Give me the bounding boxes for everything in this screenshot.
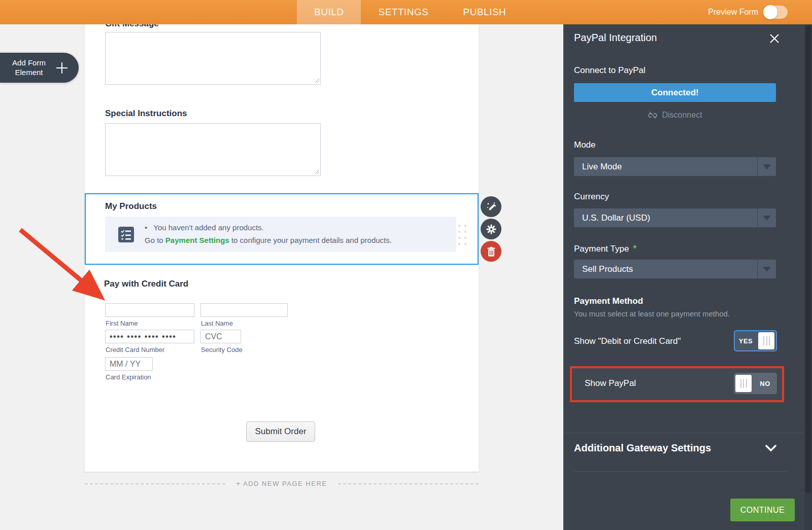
currency-dropdown[interactable]: U.S. Dollar (USD) [574,208,776,227]
preview-form-toggle[interactable] [763,6,788,19]
dashed-divider [338,483,479,484]
my-products-title: My Products [105,201,157,211]
mode-dropdown[interactable]: Live Mode [574,157,776,176]
magic-wand-icon [486,201,497,213]
first-name-input[interactable] [105,303,194,317]
wizard-button[interactable] [481,196,501,217]
my-products-element[interactable]: My Products •You haven't added any produ… [85,193,479,265]
tab-publish[interactable]: PUBLISH [446,0,523,24]
card-expiration-input[interactable] [105,357,153,371]
trash-icon [487,246,496,257]
payment-method-hint: You must select at least one payment met… [574,309,730,318]
pay-with-credit-card-title: Pay with Credit Card [104,279,188,289]
show-paypal-label: Show PayPal [585,378,636,388]
close-icon [769,33,780,44]
toggle-knob [758,332,774,349]
chevron-down-icon [757,157,776,176]
drag-handle[interactable] [458,225,466,245]
broken-link-icon [648,111,658,119]
settings-button[interactable] [481,219,501,239]
disconnect-link[interactable]: Disconnect [574,111,776,120]
top-toolbar: BUILD SETTINGS PUBLISH Preview Form [0,0,812,24]
add-new-page-row: + ADD NEW PAGE HERE [85,480,479,487]
payment-method-title: Payment Method [574,296,643,306]
currency-label: Currency [574,192,609,202]
chevron-down-icon[interactable] [765,445,776,452]
submit-order-button[interactable]: Submit Order [246,421,315,442]
special-instructions-textarea[interactable] [105,123,321,176]
section-divider [563,433,804,433]
toggle-knob [735,375,752,392]
credit-card-number-input[interactable] [105,330,194,343]
panel-title: PayPal Integration [574,32,657,44]
toggle-state-label: YES [735,337,757,345]
security-code-label: Security Code [201,346,243,354]
payment-type-label: Payment Type* [574,243,636,254]
plus-icon [55,61,69,75]
product-list-icon [118,227,134,242]
gear-icon [486,224,497,235]
payment-settings-link[interactable]: Payment Settings [165,236,229,244]
dashed-divider [85,483,225,484]
first-name-label: First Name [106,320,138,327]
nav-tabs: BUILD SETTINGS PUBLISH [297,0,523,24]
last-name-label: Last Name [201,320,233,327]
tab-build[interactable]: BUILD [297,0,361,24]
panel-scrollbar-thumb[interactable] [805,25,811,493]
payment-type-value: Sell Products [574,264,757,274]
paypal-integration-panel: PayPal Integration Connect to PayPal Con… [563,24,812,530]
continue-button[interactable]: CONTINUE [730,499,795,521]
mode-label: Mode [574,140,596,150]
card-expiration-label: Card Expiration [106,373,151,381]
security-code-input[interactable] [200,330,241,343]
currency-value: U.S. Dollar (USD) [574,213,757,223]
toggle-state-label: NO [753,380,777,387]
products-empty-text: •You haven't added any products. [145,223,264,232]
connect-to-paypal-label: Connect to PayPal [574,65,646,76]
form-canvas: Gift Message Special Instructions My Pro… [85,24,479,472]
required-asterisk: * [633,243,636,254]
credit-card-number-label: Credit Card Number [106,346,164,354]
chevron-down-icon [757,260,776,278]
last-name-input[interactable] [200,303,288,317]
show-paypal-toggle[interactable]: NO [734,373,777,394]
gift-message-textarea[interactable] [105,32,321,85]
delete-button[interactable] [481,241,501,262]
preview-form-label: Preview Form [708,8,758,17]
add-new-page-button[interactable]: + ADD NEW PAGE HERE [236,480,327,487]
toggle-knob [763,5,777,19]
chevron-down-icon [757,208,776,227]
close-panel-button[interactable] [768,32,781,45]
special-instructions-label: Special Instructions [105,109,187,119]
payment-type-dropdown[interactable]: Sell Products [574,260,776,278]
connected-button[interactable]: Connected! [574,83,776,102]
tab-settings[interactable]: SETTINGS [361,0,446,24]
add-form-element-button[interactable]: Add Form Element [0,53,79,83]
show-debit-card-toggle[interactable]: YES [734,330,777,351]
products-configure-text: Go to Payment Settings to configure your… [145,236,392,244]
additional-gateway-settings[interactable]: Additional Gateway Settings [574,442,711,454]
products-empty-notice: •You haven't added any products. Go to P… [105,217,456,252]
section-divider [574,471,787,472]
show-debit-card-label: Show "Debit or Credit Card" [574,336,681,346]
add-form-element-label: Add Form Element [7,58,51,78]
mode-value: Live Mode [574,162,757,172]
